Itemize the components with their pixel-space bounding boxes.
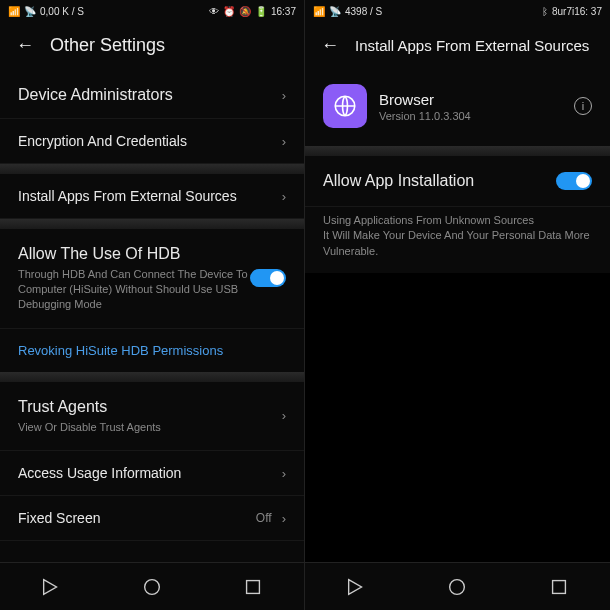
header: ← Other Settings [0,22,304,72]
left-phone: 📶 📡 0,00 K / S 👁 ⏰ 🔕 🔋 16:37 ← Other Set… [0,0,305,610]
app-name: Browser [379,91,562,108]
signal-icon: 📶 [8,6,20,17]
setting-label: Device Administrators [18,86,274,104]
nav-recents-button[interactable] [548,576,570,598]
setting-label: Encryption And Credentials [18,133,274,149]
setting-label: Allow The Use Of HDB [18,245,250,263]
nav-back-button[interactable] [40,576,62,598]
clock-time: 16:37 [271,6,296,17]
bluetooth-icon: ᛒ [542,6,548,17]
header: ← Install Apps From External Sources [305,22,610,72]
setting-label: Allow App Installation [323,172,556,190]
mute-icon: 🔕 [239,6,251,17]
chevron-right-icon: › [282,134,286,149]
app-version: Version 11.0.3.304 [379,110,562,122]
encryption-item[interactable]: Encryption And Credentials › [0,119,304,164]
page-title: Install Apps From External Sources [355,37,589,54]
setting-label: Trust Agents [18,398,274,416]
info-icon[interactable]: i [574,97,592,115]
status-bar: 📶 📡 0,00 K / S 👁 ⏰ 🔕 🔋 16:37 [0,0,304,22]
fixed-screen-item[interactable]: Fixed Screen Off › [0,496,304,541]
eye-icon: 👁 [209,6,219,17]
setting-label: Install Apps From External Sources [18,188,274,204]
svg-rect-1 [247,580,260,593]
nav-home-button[interactable] [446,576,468,598]
access-usage-item[interactable]: Access Usage Information › [0,451,304,496]
nav-bar [0,562,304,610]
chevron-right-icon: › [282,189,286,204]
install-external-item[interactable]: Install Apps From External Sources › [0,174,304,219]
chevron-right-icon: › [282,466,286,481]
nav-home-button[interactable] [141,576,163,598]
divider [0,372,304,382]
network-speed: 0,00 K / S [40,6,84,17]
setting-label: Access Usage Information [18,465,274,481]
nav-back-button[interactable] [345,576,367,598]
chevron-right-icon: › [282,408,286,423]
device-administrators-item[interactable]: Device Administrators › [0,72,304,119]
setting-label: Fixed Screen [18,510,256,526]
setting-description: Through HDB And Can Connect The Device T… [18,267,250,312]
svg-point-3 [450,579,465,594]
trust-agents-item[interactable]: Trust Agents View Or Disable Trust Agent… [0,382,304,452]
allow-installation-toggle[interactable] [556,172,592,190]
warning-text: Using Applications From Unknown Sources … [305,207,610,273]
chevron-right-icon: › [282,88,286,103]
nav-bar [305,562,610,610]
allow-hdb-item[interactable]: Allow The Use Of HDB Through HDB And Can… [0,229,304,329]
back-icon[interactable]: ← [14,34,36,56]
allow-installation-item[interactable]: Allow App Installation [305,156,610,207]
wifi-icon: 📡 [329,6,341,17]
svg-point-0 [145,579,160,594]
divider [305,146,610,156]
revoke-hdb-link[interactable]: Revoking HiSuite HDB Permissions [0,329,304,372]
network-speed: 4398 / S [345,6,382,17]
chevron-right-icon: › [282,511,286,526]
page-title: Other Settings [50,35,165,56]
clock-time: 8ur7i16: 37 [552,6,602,17]
nav-recents-button[interactable] [242,576,264,598]
divider [0,219,304,229]
svg-rect-4 [553,580,566,593]
app-info-row: Browser Version 11.0.3.304 i [305,72,610,146]
app-icon [323,84,367,128]
divider [0,164,304,174]
hdb-toggle[interactable] [250,269,286,287]
wifi-icon: 📡 [24,6,36,17]
setting-description: View Or Disable Trust Agents [18,420,274,435]
battery-icon: 🔋 [255,6,267,17]
alarm-icon: ⏰ [223,6,235,17]
right-phone: 📶 📡 4398 / S ᛒ 8ur7i16: 37 ← Install App… [305,0,610,610]
status-bar: 📶 📡 4398 / S ᛒ 8ur7i16: 37 [305,0,610,22]
signal-icon: 📶 [313,6,325,17]
setting-value: Off [256,511,272,525]
back-icon[interactable]: ← [319,34,341,56]
